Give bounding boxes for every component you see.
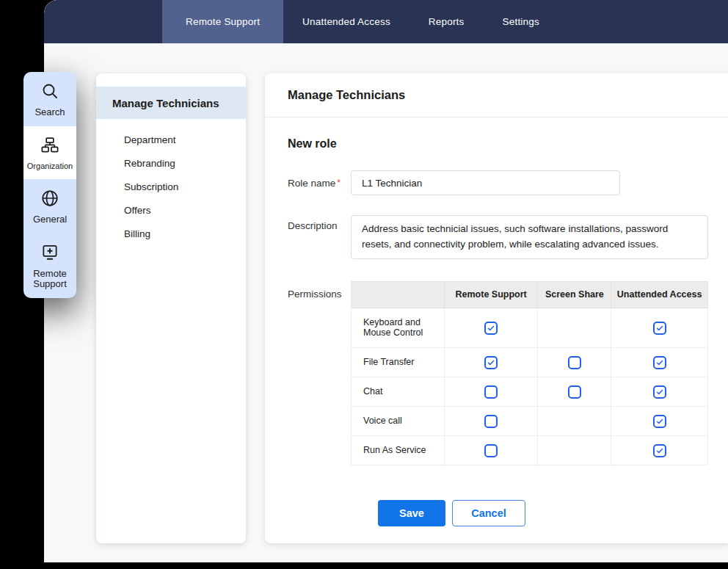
sidebar-item-organization[interactable]: Organization — [23, 126, 76, 179]
description-input[interactable]: Address basic technicial issues, such so… — [351, 215, 708, 259]
cancel-button[interactable]: Cancel — [452, 500, 525, 526]
description-row: Description Address basic technicial iss… — [288, 215, 728, 259]
role-name-row: Role name* — [288, 170, 728, 195]
permissions-row: Permissions Remote Support Screen Share … — [288, 281, 728, 465]
search-icon — [40, 81, 59, 104]
table-row: File Transfer — [352, 347, 708, 377]
save-button[interactable]: Save — [378, 500, 445, 526]
remote-support-icon — [40, 243, 59, 265]
section-title: New role — [288, 137, 728, 151]
checkbox[interactable] — [653, 415, 666, 428]
table-row: Run As Service — [352, 435, 708, 465]
nav-tab-remote-support[interactable]: Remote Support — [162, 0, 283, 43]
nav-tab-reports[interactable]: Reports — [410, 0, 484, 43]
permissions-header-row: Remote Support Screen Share Unattended A… — [352, 281, 708, 308]
checkbox[interactable] — [653, 385, 666, 399]
column-header-screen-share: Screen Share — [538, 281, 611, 308]
sidebar-item-search[interactable]: Search — [23, 72, 76, 126]
role-name-label: Role name* — [288, 178, 351, 189]
menu-item-offers[interactable]: Offers — [96, 198, 246, 222]
checkbox[interactable] — [568, 356, 581, 369]
permission-row-label: Chat — [352, 377, 445, 406]
menu-item-manage-technicians[interactable]: Manage Technicians — [96, 87, 246, 119]
settings-menu-panel: Manage Technicians Department Rebranding… — [96, 73, 246, 543]
table-row: Voice call — [352, 406, 708, 435]
checkbox[interactable] — [484, 385, 498, 399]
sidebar-item-label: Organization — [27, 162, 73, 171]
sidebar-item-label: General — [33, 214, 67, 225]
sidebar-item-label: Search — [34, 107, 65, 118]
top-navigation: Remote Support Unattended Access Reports… — [44, 0, 728, 43]
nav-tab-unattended-access[interactable]: Unattended Access — [283, 0, 410, 43]
required-asterisk: * — [337, 178, 341, 188]
page-title: Manage Technicians — [288, 88, 405, 102]
checkbox[interactable] — [484, 444, 498, 457]
permissions-table: Remote Support Screen Share Unattended A… — [351, 281, 708, 465]
table-row: Chat — [352, 377, 708, 406]
column-header-empty — [352, 281, 445, 308]
new-role-form: New role Role name* Description Address … — [265, 117, 728, 526]
checkbox[interactable] — [568, 385, 581, 399]
checkbox[interactable] — [653, 356, 666, 369]
globe-icon — [40, 189, 59, 211]
sidebar-item-remote-support[interactable]: Remote Support — [23, 233, 76, 299]
nav-tab-settings[interactable]: Settings — [484, 0, 558, 43]
sidebar-item-general[interactable]: General — [23, 179, 76, 233]
column-header-unattended-access: Unattended Access — [611, 281, 708, 308]
sidebar-item-label: Remote Support — [25, 269, 75, 291]
page-header: Manage Technicians — [265, 73, 728, 117]
checkbox[interactable] — [484, 415, 498, 428]
table-row: Keyboard and Mouse Control — [352, 308, 708, 347]
checkbox[interactable] — [653, 322, 666, 335]
description-label: Description — [288, 215, 351, 259]
permission-row-label: Keyboard and Mouse Control — [352, 308, 445, 347]
checkbox[interactable] — [653, 444, 666, 457]
icon-sidebar: Search Organization General Remote Suppo… — [23, 72, 76, 298]
menu-item-department[interactable]: Department — [96, 128, 246, 151]
permissions-label: Permissions — [288, 281, 351, 465]
role-name-input[interactable] — [351, 170, 620, 195]
checkbox[interactable] — [484, 356, 498, 369]
form-actions: Save Cancel — [288, 500, 728, 526]
permission-row-label: Voice call — [352, 406, 445, 435]
column-header-remote-support: Remote Support — [444, 281, 538, 308]
organization-icon — [40, 136, 59, 158]
menu-item-billing[interactable]: Billing — [96, 222, 246, 245]
menu-item-subscription[interactable]: Subscription — [96, 175, 246, 198]
checkbox[interactable] — [484, 322, 498, 335]
menu-item-rebranding[interactable]: Rebranding — [96, 151, 246, 175]
settings-menu-list: Department Rebranding Subscription Offer… — [96, 128, 246, 245]
main-content-panel: Manage Technicians New role Role name* D… — [265, 73, 728, 543]
permission-row-label: File Transfer — [352, 347, 445, 377]
permission-row-label: Run As Service — [352, 435, 445, 465]
